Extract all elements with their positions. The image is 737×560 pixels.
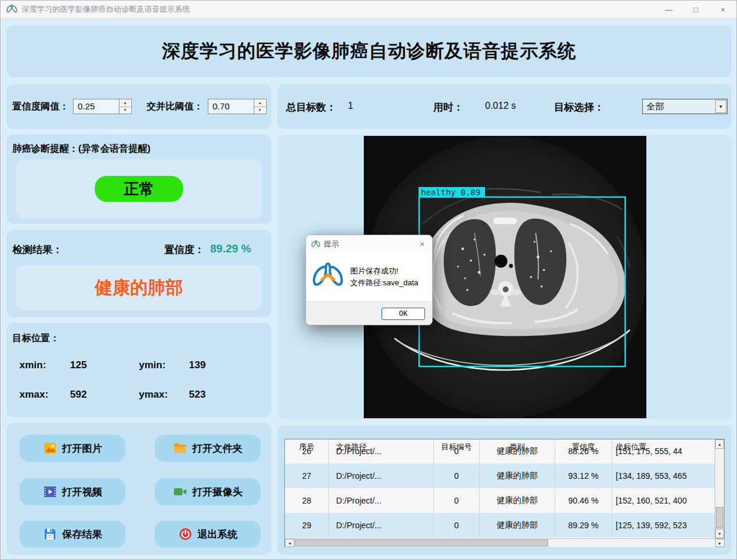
diagnosis-status-box: 正常: [16, 159, 262, 218]
open-camera-button[interactable]: 打开摄像头: [155, 478, 261, 505]
cell-filepath: D:/Project/...: [329, 464, 434, 488]
cell-confidence: 89.29 %: [555, 513, 612, 538]
result-panel: 检测结果： 置信度： 89.29 % 健康的肺部: [6, 230, 271, 317]
confidence-spin-down-icon[interactable]: ▼: [119, 106, 131, 114]
exit-system-button[interactable]: 退出系统: [155, 521, 261, 548]
vertical-scroll-thumb[interactable]: [716, 507, 723, 528]
actions-panel: 打开图片 打开文件夹 打开视频 打开摄像头 保存结果 退出系统: [6, 423, 271, 555]
scroll-left-icon[interactable]: ◄: [285, 539, 294, 547]
page-title: 深度学习的医学影像肺癌自动诊断及语音提示系统: [162, 39, 576, 64]
ymin-value: 139: [189, 359, 205, 371]
cell-coords: [134, 189, 553, 465: [612, 464, 715, 488]
cell-confidence: 88.26 %: [555, 439, 612, 464]
cell-filepath: D:/Project/...: [329, 513, 434, 538]
image-icon: [43, 441, 57, 455]
target-select-dropdown[interactable]: 全部 ▼: [642, 99, 728, 114]
message-dialog: 提示 × 图片保存成功! 文件路径:save_data OK: [306, 235, 433, 325]
horizontal-scroll-thumb[interactable]: [295, 539, 548, 546]
cell-target-id: 0: [434, 464, 480, 488]
save-floppy-icon: [43, 527, 57, 541]
folder-icon: [173, 441, 187, 455]
time-used-value: 0.012 s: [485, 101, 516, 111]
scroll-right-icon[interactable]: ►: [715, 539, 725, 547]
dialog-message-line1: 图片保存成功!: [350, 265, 419, 277]
cell-index: 26: [285, 439, 329, 464]
table-row[interactable]: 26 D:/Project/... 0 健康的肺部 88.26 % [151, …: [285, 439, 715, 464]
open-camera-label: 打开摄像头: [192, 485, 243, 499]
cell-target-id: 0: [434, 439, 480, 464]
result-label: 检测结果：: [12, 243, 62, 256]
iou-spin-down-icon[interactable]: ▼: [254, 106, 266, 114]
cell-target-id: 0: [434, 513, 480, 538]
dialog-message: 图片保存成功! 文件路径:save_data: [350, 265, 419, 289]
thresholds-panel: 置信度阈值： 0.25 ▲ ▼ 交并比阈值： 0.70 ▲ ▼: [6, 84, 271, 129]
ymax-value: 523: [189, 389, 205, 401]
maximize-icon[interactable]: □: [682, 1, 709, 18]
results-table-panel: 序号 文件路径 目标编号 类别 置信度 坐标位置 26 D:/Project/.…: [277, 425, 732, 555]
dialog-message-line2: 文件路径:save_data: [350, 277, 419, 289]
cell-index: 29: [285, 513, 329, 538]
iou-threshold-spinbox[interactable]: 0.70 ▲ ▼: [208, 99, 267, 114]
cell-index: 28: [285, 488, 329, 513]
stats-panel: 总目标数： 1 用时： 0.012 s 目标选择： 全部 ▼: [277, 84, 732, 129]
camera-icon: [173, 485, 187, 499]
cell-filepath: D:/Project/...: [329, 488, 434, 513]
vertical-scrollbar[interactable]: ▲ ▼: [715, 439, 724, 538]
open-video-button[interactable]: 打开视频: [19, 478, 125, 505]
scroll-up-icon[interactable]: ▲: [715, 439, 724, 449]
result-value: 健康的肺部: [16, 265, 262, 310]
cell-coords: [151, 175, 555, 44: [612, 439, 715, 464]
dialog-title: 提示: [324, 239, 412, 249]
detection-bbox-label: healthy 0.89: [421, 188, 480, 197]
open-image-button[interactable]: 打开图片: [19, 435, 125, 462]
cell-category: 健康的肺部: [480, 513, 555, 538]
dialog-lung-logo-icon: [311, 240, 320, 249]
position-title: 目标位置：: [12, 332, 59, 345]
result-value-box: 健康的肺部: [16, 265, 262, 310]
confidence-spin-up-icon[interactable]: ▲: [119, 99, 131, 106]
table-row[interactable]: 29 D:/Project/... 0 健康的肺部 89.29 % [125, …: [285, 513, 715, 538]
exit-system-label: 退出系统: [198, 528, 238, 541]
open-folder-label: 打开文件夹: [192, 442, 243, 455]
scroll-down-icon[interactable]: ▼: [715, 529, 724, 538]
minimize-icon[interactable]: —: [655, 1, 682, 18]
cell-category: 健康的肺部: [480, 464, 555, 488]
open-folder-button[interactable]: 打开文件夹: [155, 435, 261, 462]
close-icon[interactable]: ×: [709, 1, 736, 18]
cell-category: 健康的肺部: [480, 439, 555, 464]
dialog-close-icon[interactable]: ×: [412, 235, 432, 253]
confidence-threshold-spinbox[interactable]: 0.25 ▲ ▼: [73, 99, 132, 114]
cell-target-id: 0: [434, 488, 480, 513]
window-titlebar: 深度学习的医学影像肺癌自动诊断及语音提示系统 — □ ×: [1, 1, 736, 18]
chevron-down-icon[interactable]: ▼: [715, 100, 726, 113]
cell-coords: [152, 160, 521, 400: [612, 488, 715, 513]
video-file-icon: [43, 485, 57, 499]
xmin-value: 125: [70, 359, 87, 371]
iou-threshold-label: 交并比阈值：: [147, 101, 203, 113]
save-results-label: 保存结果: [62, 528, 102, 541]
ok-button[interactable]: OK: [381, 308, 425, 320]
iou-threshold-value[interactable]: 0.70: [208, 99, 254, 114]
diagnosis-panel: 肺癌诊断提醒：(异常会语音提醒) 正常: [6, 135, 271, 224]
app-window: 深度学习的医学影像肺癌自动诊断及语音提示系统 — □ × 深度学习的医学影像肺癌…: [0, 0, 737, 560]
horizontal-scrollbar[interactable]: ◄ ►: [285, 538, 725, 547]
dialog-titlebar: 提示 ×: [306, 235, 432, 253]
total-targets-label: 总目标数：: [286, 101, 336, 114]
iou-spin-up-icon[interactable]: ▲: [254, 99, 266, 106]
dialog-body: 图片保存成功! 文件路径:save_data: [306, 253, 432, 301]
confidence-threshold-value[interactable]: 0.25: [74, 99, 119, 114]
table-row[interactable]: 27 D:/Project/... 0 健康的肺部 93.12 % [134, …: [285, 464, 715, 488]
cell-confidence: 90.46 %: [555, 488, 612, 513]
cell-confidence: 93.12 %: [555, 464, 612, 488]
ymax-label: ymax:: [139, 389, 168, 401]
xmax-label: xmax:: [19, 389, 48, 401]
table-row[interactable]: 28 D:/Project/... 0 健康的肺部 90.46 % [152, …: [285, 488, 715, 513]
result-confidence-value: 89.29 %: [210, 242, 251, 255]
ymin-label: ymin:: [139, 359, 165, 371]
window-controls: — □ ×: [655, 1, 736, 18]
result-confidence-label: 置信度：: [164, 243, 204, 256]
diagnosis-status-badge: 正常: [95, 176, 183, 202]
cell-coords: [125, 139, 592, 523: [612, 513, 715, 538]
dialog-footer: OK: [306, 301, 432, 325]
save-results-button[interactable]: 保存结果: [19, 521, 125, 548]
